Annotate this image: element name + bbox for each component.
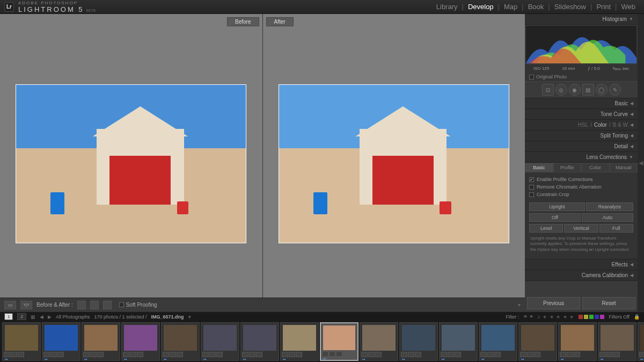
histogram-meta: ISO 125 18 mm ƒ / 5.0 ¹⁄₁₂₅₀ sec <box>525 64 638 73</box>
soft-proofing-checkbox[interactable] <box>119 302 124 307</box>
original-photo-row[interactable]: Original Photo <box>525 73 638 81</box>
chevron-left-icon: ◀ <box>630 112 633 117</box>
before-label: Before <box>227 17 259 26</box>
radial-tool-icon[interactable]: ◯ <box>596 84 608 96</box>
filters-off-label[interactable]: Filters Off <box>609 314 630 320</box>
upright-vertical-button[interactable]: Vertical <box>564 224 598 233</box>
right-panel-collapse[interactable]: ◀ <box>638 14 644 312</box>
lens-panel-header[interactable]: Lens Corrections▼ <box>525 152 638 163</box>
before-pane[interactable]: Before <box>0 14 263 298</box>
filmstrip-thumb[interactable]: •• <box>399 322 438 361</box>
histogram-display[interactable] <box>526 26 636 63</box>
module-library[interactable]: Library <box>432 3 462 11</box>
redeye-tool-icon[interactable]: ◉ <box>569 84 581 96</box>
filmstrip-thumb[interactable]: •• <box>2 322 41 361</box>
constrain-crop-checkbox[interactable] <box>529 192 534 197</box>
module-develop[interactable]: Develop <box>464 3 498 11</box>
flag-filter-icon[interactable]: ⚑ ⚑ <box>523 314 533 320</box>
page-2-button[interactable]: 2 <box>17 313 26 320</box>
app-logo: Lr <box>4 2 14 12</box>
brand-name: LIGHTROOM 5 <box>18 5 84 13</box>
tonecurve-panel-header[interactable]: Tone Curve◀ <box>525 109 638 120</box>
loupe-view-button[interactable]: ▭ <box>4 301 16 309</box>
after-photo <box>279 84 509 243</box>
filmstrip-thumb[interactable]: •• <box>161 322 200 361</box>
lens-tab-profile[interactable]: Profile <box>553 163 582 172</box>
filmstrip-thumb[interactable]: •• <box>558 322 597 361</box>
page-1-button[interactable]: 1 <box>4 313 13 320</box>
upright-off-button[interactable]: Off <box>529 213 581 222</box>
hsl-panel-header[interactable]: HSL/ Color/ B & W ◀ <box>525 120 638 131</box>
gradient-tool-icon[interactable]: ▤ <box>582 84 594 96</box>
rating-filter[interactable]: ≥ ★ ★ ★ ★ ★ <box>538 314 574 320</box>
copy-after-button[interactable] <box>103 301 112 309</box>
filmstrip-thumb[interactable]: •• <box>121 322 160 361</box>
brush-tool-icon[interactable]: ✎ <box>609 84 621 96</box>
reanalyze-button[interactable]: Reanalyze <box>586 202 633 211</box>
filmstrip-thumb[interactable]: •• <box>320 322 358 361</box>
grid-icon[interactable]: ▦ <box>31 314 35 320</box>
upright-label: Upright <box>529 202 585 211</box>
filmstrip-thumb[interactable]: •• <box>240 322 279 361</box>
iso-value: ISO 125 <box>533 66 549 71</box>
after-pane[interactable]: After <box>263 14 525 298</box>
histogram-header[interactable]: Histogram▼ <box>525 14 638 25</box>
crop-tool-icon[interactable]: ⊡ <box>542 84 554 96</box>
filmstrip[interactable]: •••••••••••••••••••••••••••••••••• <box>0 321 644 362</box>
filmstrip-thumb[interactable]: •• <box>82 322 120 361</box>
filmstrip-thumb[interactable]: •• <box>360 322 398 361</box>
shutter-value: ¹⁄₁₂₅₀ sec <box>612 66 629 71</box>
toolbar-dropdown-icon[interactable]: ▾ <box>518 302 521 308</box>
filmstrip-thumb[interactable]: •• <box>518 322 557 361</box>
tool-strip: ⊡ ◎ ◉ ▤ ◯ ✎ <box>525 81 638 98</box>
before-photo <box>16 84 246 243</box>
filmstrip-thumb[interactable]: •• <box>598 322 636 361</box>
compare-view-button[interactable]: Y|Y <box>20 301 32 309</box>
effects-panel-header[interactable]: Effects◀ <box>525 259 638 270</box>
filmstrip-thumb[interactable]: •• <box>479 322 517 361</box>
canvas-toolbar: ▭ Y|Y Before & After : Soft Proofing ▾ <box>0 298 525 312</box>
lens-tab-manual[interactable]: Manual <box>610 163 638 172</box>
detail-panel-header[interactable]: Detail◀ <box>525 141 638 152</box>
copy-before-button[interactable] <box>90 301 99 309</box>
original-photo-checkbox[interactable] <box>529 75 534 79</box>
previous-button[interactable]: Previous <box>527 297 580 309</box>
module-book[interactable]: Book <box>524 3 548 11</box>
filmstrip-thumb[interactable]: •• <box>201 322 239 361</box>
filter-lock-icon[interactable]: 🔒 <box>634 314 640 320</box>
swap-button[interactable] <box>77 301 86 309</box>
cameracal-panel-header[interactable]: Camera Calibration◀ <box>525 270 638 281</box>
chevron-left-icon: ◀ <box>630 122 633 127</box>
enable-profile-checkbox[interactable] <box>529 177 534 182</box>
filmstrip-thumb[interactable]: •• <box>42 322 80 361</box>
module-print[interactable]: Print <box>592 3 615 11</box>
focal-value: 18 mm <box>562 66 575 71</box>
filmstrip-thumb[interactable]: •• <box>280 322 319 361</box>
filmstrip-thumb[interactable]: •• <box>439 322 478 361</box>
lens-tab-basic[interactable]: Basic <box>525 163 553 172</box>
soft-proofing-label: Soft Proofing <box>126 302 157 308</box>
lens-corrections-panel: BasicProfileColorManual Enable Profile C… <box>525 163 638 259</box>
chevron-left-icon: ◀ <box>630 144 633 149</box>
remove-ca-checkbox[interactable] <box>529 185 534 190</box>
nav-back-icon[interactable]: ◀ <box>40 314 43 320</box>
module-map[interactable]: Map <box>500 3 522 11</box>
color-filter[interactable] <box>579 315 604 319</box>
spot-tool-icon[interactable]: ◎ <box>555 84 567 96</box>
upright-auto-button[interactable]: Auto <box>582 213 633 222</box>
breadcrumb[interactable]: All Photographs <box>56 314 90 320</box>
upright-level-button[interactable]: Level <box>529 224 563 233</box>
filmstrip-thumb[interactable]: •• <box>638 322 644 361</box>
reset-button[interactable]: Reset <box>582 297 635 309</box>
nav-fwd-icon[interactable]: ▶ <box>48 314 52 320</box>
lens-tab-color[interactable]: Color <box>581 163 610 172</box>
current-file: IMG_6571.dng <box>151 314 184 320</box>
chevron-left-icon: ◀ <box>630 262 633 267</box>
splittoning-panel-header[interactable]: Split Toning◀ <box>525 131 638 141</box>
module-web[interactable]: Web <box>617 3 640 11</box>
chevron-down-icon: ▼ <box>629 17 633 21</box>
module-slideshow[interactable]: Slideshow <box>550 3 590 11</box>
filter-label: Filter : <box>506 314 519 320</box>
basic-panel-header[interactable]: Basic◀ <box>525 98 638 109</box>
upright-full-button[interactable]: Full <box>599 224 633 233</box>
